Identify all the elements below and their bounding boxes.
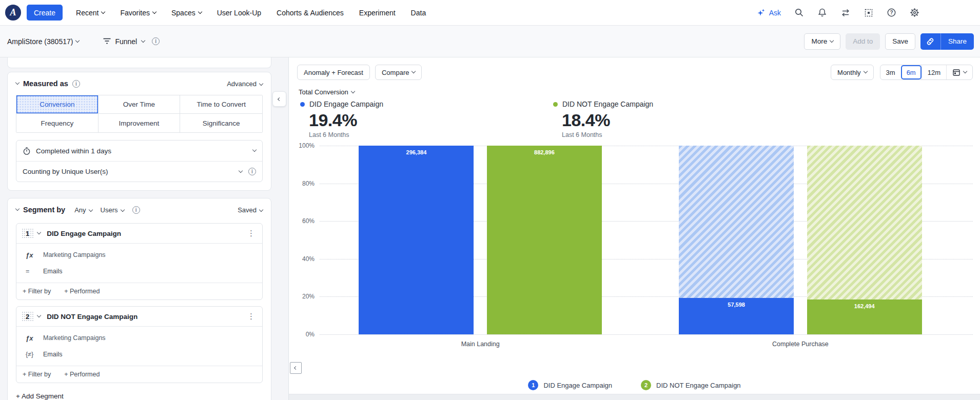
summary-block: DID Engage Campaign 19.4% Last 6 Months — [300, 100, 553, 138]
completed-within-row[interactable]: Completed within 1 days — [16, 141, 262, 161]
nav-item-favorites[interactable]: Favorites — [120, 9, 156, 17]
saved-dropdown[interactable]: Saved — [238, 206, 263, 214]
calendar-icon — [952, 68, 961, 76]
property-value[interactable]: Emails — [43, 351, 63, 358]
date-range-segmented-control: 3m 6m 12m — [880, 65, 973, 80]
gear-icon[interactable] — [910, 8, 919, 17]
range-3m-button[interactable]: 3m — [880, 65, 901, 79]
nav-item-recent[interactable]: Recent — [76, 9, 105, 17]
nav-item-cohorts-audiences[interactable]: Cohorts & Audiences — [277, 9, 344, 17]
info-icon[interactable]: i — [72, 80, 80, 88]
compare-dropdown[interactable]: Compare — [375, 65, 422, 80]
funnel-bar[interactable]: 57,598 — [679, 298, 794, 334]
info-icon[interactable]: i — [152, 37, 160, 45]
save-button[interactable]: Save — [885, 33, 915, 50]
nav-item-spaces[interactable]: Spaces — [171, 9, 202, 17]
tab-conversion[interactable]: Conversion — [16, 95, 99, 114]
filter-by-button[interactable]: + Filter by — [23, 288, 51, 295]
chevron-down-icon[interactable] — [37, 313, 41, 317]
tab-time-to-convert[interactable]: Time to Convert — [180, 95, 262, 114]
chevron-down-icon — [411, 69, 416, 73]
nav-right-icons: Ask ? — [757, 8, 919, 17]
amplitude-logo-icon[interactable]: A — [5, 5, 21, 21]
funnel-bar[interactable]: 882,896 — [487, 146, 602, 334]
interval-dropdown[interactable]: Monthly — [831, 65, 874, 80]
section-collapse-chevron-icon[interactable] — [15, 207, 19, 211]
add-to-button[interactable]: Add to — [846, 33, 880, 50]
segment-property-row[interactable]: ƒx Marketing Campaigns — [16, 332, 262, 344]
funnel-lost-bar[interactable] — [679, 146, 794, 298]
info-icon[interactable]: i — [248, 168, 256, 175]
tab-significance[interactable]: Significance — [180, 114, 262, 132]
custom-date-button[interactable] — [946, 65, 972, 79]
operator[interactable]: = — [26, 268, 43, 275]
advanced-dropdown[interactable]: Advanced — [227, 80, 263, 88]
segment-name[interactable]: DID NOT Engage Campaign — [47, 313, 138, 321]
fx-icon: ƒx — [26, 334, 43, 342]
breakdown-section-edge — [289, 394, 980, 400]
tab-over-time[interactable]: Over Time — [99, 95, 181, 114]
operator[interactable]: {≠} — [26, 351, 43, 358]
filter-by-button[interactable]: + Filter by — [23, 371, 51, 378]
segment-value-row[interactable]: {≠} Emails — [16, 348, 262, 361]
project-selector[interactable]: AmpliStore (380517) — [7, 37, 79, 46]
chart-type-selector[interactable]: Funnel — [103, 37, 145, 46]
funnel-lost-bar[interactable] — [807, 146, 922, 299]
range-6m-button[interactable]: 6m — [901, 65, 922, 79]
chevron-down-icon — [88, 207, 92, 211]
ask-ai-button[interactable]: Ask — [757, 8, 781, 17]
legend-item[interactable]: 1 DID Engage Campaign — [528, 380, 612, 390]
add-segment-button[interactable]: + Add Segment — [16, 392, 263, 400]
segment-any-dropdown[interactable]: Any — [74, 206, 92, 214]
funnel-bar[interactable]: 162,494 — [807, 299, 922, 334]
chevron-down-icon[interactable] — [37, 230, 41, 234]
performed-button[interactable]: + Performed — [64, 288, 100, 295]
copy-link-button[interactable] — [920, 33, 941, 50]
performed-button[interactable]: + Performed — [64, 371, 100, 378]
collapse-panel-button[interactable] — [272, 91, 286, 107]
tab-improvement[interactable]: Improvement — [99, 114, 181, 132]
funnel-bar[interactable]: 296,384 — [359, 146, 474, 334]
segment-number-badge[interactable]: 2 — [22, 311, 33, 322]
chevron-down-icon — [152, 9, 156, 13]
create-button[interactable]: Create — [27, 5, 63, 21]
notifications-bell-icon[interactable] — [817, 8, 827, 17]
pagination-prev-button[interactable] — [290, 362, 302, 374]
segment-property-row[interactable]: ƒx Marketing Campaigns — [16, 249, 262, 261]
summary-value: 18.4% — [562, 110, 806, 130]
more-button[interactable]: More — [804, 33, 840, 50]
select-frame-icon[interactable] — [864, 8, 873, 17]
range-12m-button[interactable]: 12m — [922, 65, 946, 79]
nav-item-data[interactable]: Data — [411, 9, 426, 17]
y-axis-tick: 60% — [302, 217, 315, 225]
section-collapse-chevron-icon[interactable] — [15, 81, 19, 85]
segment-value-row[interactable]: = Emails — [16, 265, 262, 277]
segment-name[interactable]: DID Engage Campaign — [47, 230, 121, 237]
share-button[interactable]: Share — [941, 33, 974, 50]
swap-arrows-icon[interactable] — [840, 8, 851, 17]
nav-item-user-lookup[interactable]: User Look-Up — [217, 9, 261, 17]
help-icon[interactable]: ? — [887, 8, 896, 17]
kebab-menu-icon[interactable]: ⋮ — [245, 229, 257, 238]
counting-by-label: Counting by Unique User(s) — [23, 168, 108, 175]
share-button-group: Share — [920, 33, 974, 50]
segment-users-dropdown[interactable]: Users — [101, 206, 124, 214]
summary-value: 19.4% — [309, 110, 553, 130]
info-icon[interactable]: i — [132, 206, 140, 214]
segment-number-badge[interactable]: 1 — [22, 228, 33, 239]
any-label: Any — [74, 206, 86, 214]
counting-by-row[interactable]: Counting by Unique User(s) i — [16, 161, 262, 182]
tab-frequency[interactable]: Frequency — [16, 114, 99, 132]
link-icon — [926, 37, 934, 46]
property-value[interactable]: Emails — [43, 268, 63, 275]
kebab-menu-icon[interactable]: ⋮ — [245, 312, 257, 321]
metric-selector[interactable]: Total Conversion — [299, 88, 980, 96]
measured-as-card: Measured as i Advanced Conversion Over T… — [7, 72, 271, 191]
anomaly-forecast-button[interactable]: Anomaly + Forecast — [297, 65, 370, 80]
search-icon[interactable] — [794, 8, 804, 17]
nav-item-experiment[interactable]: Experiment — [359, 9, 396, 17]
legend-item[interactable]: 2 DID NOT Engage Campaign — [641, 380, 741, 390]
chevron-left-icon — [294, 366, 298, 370]
segment-card-2: 2 DID NOT Engage Campaign ⋮ ƒx Marketing… — [16, 306, 263, 383]
bar-value-label: 296,384 — [359, 149, 474, 155]
